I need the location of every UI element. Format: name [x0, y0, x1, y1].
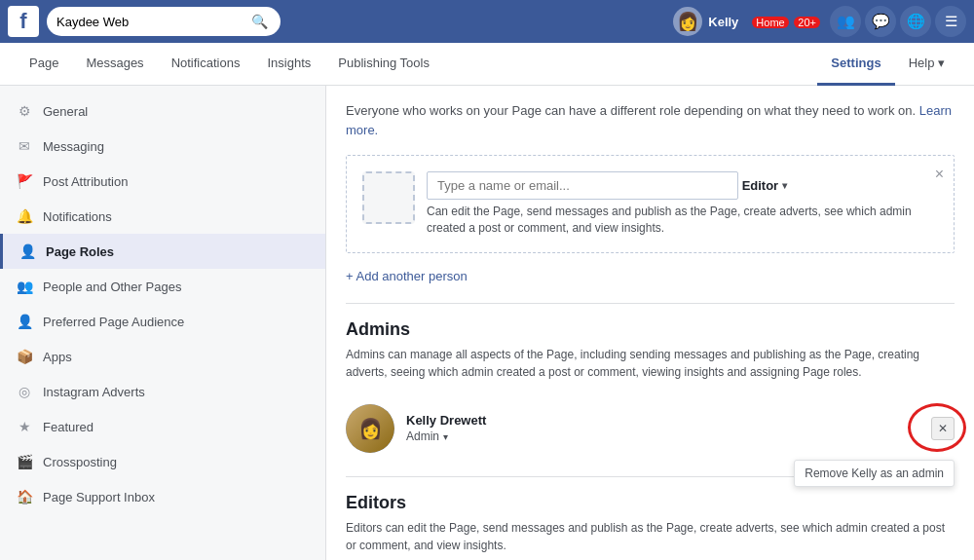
role-avatar-placeholder — [362, 171, 415, 224]
sidebar-label-featured: Featured — [43, 420, 94, 434]
page-roles-description: Everyone who works on your Page can have… — [346, 101, 955, 139]
secondary-nav: Page Messages Notifications Insights Pub… — [0, 43, 974, 86]
home-label: Home 20+ — [750, 15, 820, 29]
editors-description: Editors can edit the Page, send messages… — [346, 519, 955, 554]
facebook-logo: f — [8, 6, 39, 37]
bell-icon: 🔔 — [16, 208, 33, 224]
user-role-label: Admin — [406, 429, 439, 443]
sidebar-item-page-roles[interactable]: 👤 Page Roles — [0, 234, 325, 269]
instagram-icon: ◎ — [16, 384, 33, 399]
sidebar-item-people-other-pages[interactable]: 👥 People and Other Pages — [0, 269, 325, 304]
nav-help[interactable]: Help ▾ — [895, 43, 958, 86]
search-icon: 🔍 — [251, 14, 268, 29]
sidebar-label-instagram: Instagram Adverts — [43, 385, 145, 399]
top-bar-icons: 👥 💬 🌐 ☰ — [830, 6, 966, 37]
nav-insights[interactable]: Insights — [253, 43, 324, 86]
nav-notifications[interactable]: Notifications — [158, 43, 254, 86]
menu-icon[interactable]: ☰ — [935, 6, 966, 37]
avatar: 👩 — [673, 7, 702, 36]
sidebar-item-messaging[interactable]: ✉ Messaging — [0, 129, 325, 164]
sidebar-label-notifications: Notifications — [43, 209, 112, 224]
sidebar-label-general: General — [43, 104, 88, 119]
sidebar-label-apps: Apps — [43, 350, 72, 364]
sidebar-item-general[interactable]: ⚙ General — [0, 93, 325, 129]
sidebar-item-apps[interactable]: 📦 Apps — [0, 339, 325, 374]
sec-nav-right: Settings Help ▾ — [817, 43, 958, 85]
audience-icon: 👤 — [16, 314, 33, 329]
admins-title: Admins — [346, 319, 955, 340]
user-info: Kelly Drewett Admin ▾ — [406, 413, 919, 443]
role-dropdown[interactable]: Editor ▾ — [742, 178, 788, 193]
friends-icon[interactable]: 👥 — [830, 6, 861, 37]
sidebar-label-people-other-pages: People and Other Pages — [43, 280, 181, 294]
video-icon: 🎬 — [16, 454, 33, 469]
add-role-box: Editor ▾ Can edit the Page, send message… — [346, 155, 955, 253]
search-input[interactable] — [56, 15, 251, 29]
avatar-image: 👩 — [346, 404, 394, 453]
home-icon: 🏠 — [16, 489, 33, 504]
main-layout: ⚙ General ✉ Messaging 🚩 Post Attribution… — [0, 86, 974, 560]
sidebar-item-notifications[interactable]: 🔔 Notifications — [0, 199, 325, 234]
message-icon: ✉ — [16, 138, 33, 154]
nav-messages[interactable]: Messages — [72, 43, 157, 86]
sidebar-item-featured[interactable]: ★ Featured — [0, 409, 325, 444]
sidebar-label-preferred-audience: Preferred Page Audience — [43, 315, 184, 329]
editors-section: Editors Editors can edit the Page, send … — [346, 493, 955, 554]
remove-tooltip: Remove Kelly as an admin — [794, 460, 955, 487]
nav-publishing-tools[interactable]: Publishing Tools — [324, 43, 443, 86]
editors-title: Editors — [346, 493, 955, 513]
star-icon: ★ — [16, 419, 33, 434]
username-label: Kelly — [708, 15, 738, 29]
role-description: Can edit the Page, send messages and pub… — [427, 204, 938, 237]
divider — [346, 303, 955, 304]
admin-user-row: 👩 Kelly Drewett Admin ▾ ✕ Remove Kelly a… — [346, 396, 955, 461]
sidebar-label-crossposting: Crossposting — [43, 455, 117, 469]
gear-icon: ⚙ — [16, 103, 33, 119]
apps-icon: 📦 — [16, 349, 33, 364]
sidebar-item-instagram[interactable]: ◎ Instagram Adverts — [0, 374, 325, 409]
remove-admin-button[interactable]: ✕ — [931, 417, 955, 440]
flag-icon: 🚩 — [16, 173, 33, 189]
search-box[interactable]: 🔍 — [47, 7, 281, 36]
sidebar-item-preferred-audience[interactable]: 👤 Preferred Page Audience — [0, 304, 325, 339]
role-form: Editor ▾ Can edit the Page, send message… — [427, 171, 938, 237]
content-area: Everyone who works on your Page can have… — [326, 86, 974, 560]
close-button[interactable]: × — [935, 166, 944, 183]
top-bar: f 🔍 👩 Kelly Home 20+ 👥 💬 🌐 ☰ — [0, 0, 974, 43]
sidebar-label-post-attribution: Post Attribution — [43, 174, 128, 189]
people-icon: 👥 — [16, 279, 33, 294]
sidebar-item-post-attribution[interactable]: 🚩 Post Attribution — [0, 164, 325, 199]
admins-description: Admins can manage all aspects of the Pag… — [346, 346, 955, 381]
sidebar-item-crossposting[interactable]: 🎬 Crossposting — [0, 444, 325, 479]
top-bar-right: 👩 Kelly Home 20+ 👥 💬 🌐 ☰ — [673, 6, 966, 37]
chevron-down-icon: ▾ — [443, 431, 448, 442]
globe-icon[interactable]: 🌐 — [900, 6, 931, 37]
user-avatar: 👩 — [346, 404, 394, 453]
sidebar-label-support-inbox: Page Support Inbox — [43, 490, 155, 504]
user-role-dropdown[interactable]: Admin ▾ — [406, 429, 448, 443]
remove-container: ✕ Remove Kelly as an admin — [931, 417, 955, 440]
person-icon: 👤 — [19, 243, 36, 259]
sidebar-label-messaging: Messaging — [43, 139, 104, 154]
user-name: Kelly Drewett — [406, 413, 919, 428]
nav-page[interactable]: Page — [16, 43, 72, 86]
sidebar: ⚙ General ✉ Messaging 🚩 Post Attribution… — [0, 86, 326, 560]
role-label: Editor — [742, 178, 779, 193]
name-email-input[interactable] — [427, 171, 738, 200]
sidebar-label-page-roles: Page Roles — [46, 244, 114, 259]
sidebar-item-support-inbox[interactable]: 🏠 Page Support Inbox — [0, 479, 325, 514]
chevron-down-icon: ▾ — [782, 180, 787, 191]
nav-settings[interactable]: Settings — [817, 43, 894, 86]
add-another-person[interactable]: + Add another person — [346, 269, 955, 283]
messages-icon[interactable]: 💬 — [865, 6, 896, 37]
